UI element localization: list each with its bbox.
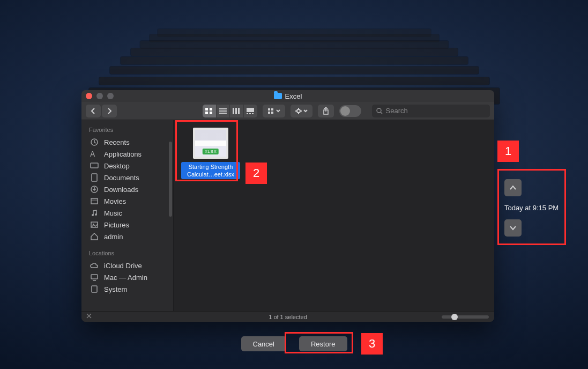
arrange-icon xyxy=(268,108,274,114)
gallery-icon xyxy=(247,108,254,114)
svg-rect-16 xyxy=(268,112,270,114)
annotation-number: 1 xyxy=(497,141,519,162)
path-button[interactable] xyxy=(86,313,92,319)
sidebar-item-icloud[interactable]: iCloud Drive xyxy=(81,260,173,271)
sidebar-item-mac[interactable]: Mac — Admin xyxy=(81,271,173,283)
sidebar-item-label: iCloud Drive xyxy=(104,262,142,270)
sidebar-item-system[interactable]: System xyxy=(81,283,173,295)
cloud-icon xyxy=(90,261,99,270)
timeline-next-button[interactable] xyxy=(504,219,522,237)
sidebar-item-label: Movies xyxy=(104,197,126,205)
view-mode-segment xyxy=(203,105,257,117)
gear-icon xyxy=(295,108,302,114)
search-icon xyxy=(376,108,383,114)
apps-icon: A xyxy=(90,150,99,158)
view-list-button[interactable] xyxy=(217,105,230,117)
sidebar-item-music[interactable]: Music xyxy=(81,207,173,219)
sidebar-item-label: Desktop xyxy=(104,162,130,170)
cancel-button[interactable]: Cancel xyxy=(241,336,286,351)
action-button[interactable] xyxy=(291,105,313,117)
sidebar-item-desktop[interactable]: Desktop xyxy=(81,160,173,172)
svg-rect-11 xyxy=(247,113,248,114)
svg-rect-15 xyxy=(271,108,273,110)
file-ext-badge: XLSX xyxy=(203,149,219,154)
sidebar-item-label: Mac — Admin xyxy=(104,274,147,282)
svg-rect-29 xyxy=(91,163,98,168)
arrange-button[interactable] xyxy=(263,105,285,117)
sidebar-header-favorites: Favorites xyxy=(81,124,173,136)
file-item[interactable]: XLSX Starting Strength Calculat…eet.xlsx xyxy=(181,128,240,179)
svg-rect-5 xyxy=(219,110,227,112)
share-button[interactable] xyxy=(318,105,334,117)
view-icon-button[interactable] xyxy=(203,105,217,117)
sidebar-item-downloads[interactable]: Downloads xyxy=(81,183,173,195)
sidebar-item-label: Downloads xyxy=(104,186,138,194)
view-gallery-button[interactable] xyxy=(244,105,257,117)
svg-rect-7 xyxy=(233,108,234,114)
home-icon xyxy=(90,232,99,241)
movie-icon xyxy=(90,197,99,205)
svg-rect-14 xyxy=(268,108,270,110)
share-icon xyxy=(323,107,329,115)
sidebar-item-pictures[interactable]: Pictures xyxy=(81,219,173,231)
sidebar-item-documents[interactable]: Documents xyxy=(81,172,173,183)
svg-rect-0 xyxy=(205,108,208,110)
sidebar-scrollbar[interactable] xyxy=(169,142,172,217)
svg-rect-8 xyxy=(235,108,237,114)
svg-rect-40 xyxy=(92,286,97,292)
music-icon xyxy=(90,209,99,217)
selection-status: 1 of 1 selected xyxy=(269,314,307,320)
list-icon xyxy=(219,108,227,114)
svg-rect-30 xyxy=(92,174,97,181)
svg-rect-38 xyxy=(91,275,98,279)
close-icon xyxy=(86,313,92,319)
file-thumbnail: XLSX xyxy=(193,128,228,159)
icon-size-slider[interactable] xyxy=(442,315,489,319)
sidebar-item-recents[interactable]: Recents xyxy=(81,136,173,148)
grid-icon xyxy=(205,108,213,114)
disk-icon xyxy=(90,285,99,293)
search-input[interactable] xyxy=(386,107,486,115)
window-title-label: Excel xyxy=(285,92,302,100)
svg-point-18 xyxy=(297,109,300,113)
monitor-icon xyxy=(90,273,99,282)
search-field[interactable] xyxy=(372,105,490,117)
titlebar[interactable]: Excel xyxy=(81,90,494,102)
sidebar-item-label: Music xyxy=(104,209,122,217)
nav-forward-button[interactable] xyxy=(102,105,117,117)
chevron-up-icon xyxy=(509,184,517,191)
timeline-prev-button[interactable] xyxy=(504,179,522,196)
svg-point-25 xyxy=(377,108,381,113)
restore-button[interactable]: Restore xyxy=(299,336,347,351)
sidebar-item-admin[interactable]: admin xyxy=(81,231,173,242)
columns-icon xyxy=(233,108,240,114)
clock-icon xyxy=(90,138,99,146)
sidebar-item-label: Recents xyxy=(104,138,130,146)
doc-icon xyxy=(90,173,99,182)
sidebar-item-movies[interactable]: Movies xyxy=(81,195,173,207)
folder-icon xyxy=(274,93,282,99)
chevron-down-icon xyxy=(509,224,517,232)
sidebar-item-label: System xyxy=(104,285,127,293)
svg-rect-3 xyxy=(210,112,212,114)
svg-rect-1 xyxy=(210,108,212,110)
view-column-button[interactable] xyxy=(230,105,244,117)
svg-rect-17 xyxy=(271,112,273,114)
chevron-down-icon xyxy=(303,109,308,113)
file-name-label: Starting Strength Calculat…eet.xlsx xyxy=(181,162,240,179)
content-area[interactable]: XLSX Starting Strength Calculat…eet.xlsx xyxy=(174,120,494,311)
finder-window: Excel xyxy=(81,90,494,322)
svg-point-34 xyxy=(92,214,94,216)
chevron-left-icon xyxy=(91,108,96,114)
svg-rect-32 xyxy=(91,198,98,204)
svg-rect-13 xyxy=(252,113,254,114)
nav-back-button[interactable] xyxy=(86,105,101,117)
svg-rect-9 xyxy=(238,108,240,114)
status-bar: 1 of 1 selected xyxy=(81,311,494,322)
svg-rect-12 xyxy=(249,113,251,114)
svg-rect-2 xyxy=(205,112,208,114)
sidebar-item-applications[interactable]: A Applications xyxy=(81,148,173,160)
toolbar xyxy=(81,102,494,120)
svg-text:A: A xyxy=(90,150,95,158)
tags-toggle[interactable] xyxy=(339,105,361,117)
